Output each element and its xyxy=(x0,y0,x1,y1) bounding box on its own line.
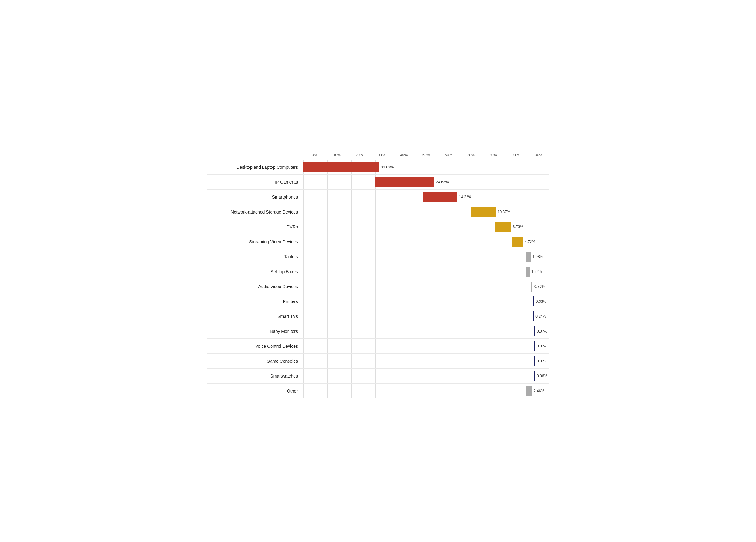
bar-label: Baby Monitors xyxy=(207,329,303,334)
bar-label: Set-top Boxes xyxy=(207,269,303,274)
bar-fill: 14.22% xyxy=(423,192,457,202)
bar-fill: 2.46% xyxy=(526,386,532,396)
bar-fill: 0.06% xyxy=(534,371,535,381)
bar-value-label: 0.07% xyxy=(537,359,547,363)
bar-fill: 0.70% xyxy=(531,282,532,292)
bar-row: Tablets1.98% xyxy=(207,249,549,264)
chart-area: 0%10%20%30%40%50%60%70%80%90%100% Deskto… xyxy=(207,153,549,399)
bar-value-label: 6.73% xyxy=(513,225,523,229)
bar-track: 0.06% xyxy=(303,369,543,383)
bar-row: IP Cameras24.63% xyxy=(207,175,549,189)
bar-fill: 6.73% xyxy=(495,222,511,232)
bar-value-label: 4.72% xyxy=(525,239,535,244)
x-axis-row: 0%10%20%30%40%50%60%70%80%90%100% xyxy=(303,153,549,157)
bar-row: Printers0.33% xyxy=(207,294,549,309)
bar-label: Other xyxy=(207,389,303,394)
bar-value-label: 0.07% xyxy=(537,329,547,334)
bar-row: Baby Monitors0.07% xyxy=(207,324,549,339)
bar-label: Smart TVs xyxy=(207,314,303,319)
x-axis-label: 60% xyxy=(437,153,460,157)
bar-label: Network-attached Storage Devices xyxy=(207,209,303,214)
bar-value-label: 10.37% xyxy=(498,210,510,214)
bar-fill: 10.37% xyxy=(471,207,496,217)
bar-fill: 24.63% xyxy=(375,177,434,187)
bar-value-label: 0.24% xyxy=(535,314,546,319)
x-axis-label: 70% xyxy=(460,153,482,157)
x-axis-label: 100% xyxy=(526,153,549,157)
bar-value-label: 0.33% xyxy=(536,299,546,304)
bar-track: 24.63% xyxy=(303,175,543,189)
bar-track: 0.33% xyxy=(303,294,543,309)
bar-track: 4.72% xyxy=(303,234,543,249)
x-axis-label: 20% xyxy=(348,153,371,157)
bar-track: 2.46% xyxy=(303,384,543,399)
bar-row: Smartphones14.22% xyxy=(207,189,549,204)
bar-row: Smart TVs0.24% xyxy=(207,309,549,324)
bar-track: 0.07% xyxy=(303,339,543,353)
bar-row: Smartwatches0.06% xyxy=(207,369,549,384)
bar-row: DVRs6.73% xyxy=(207,219,549,234)
bar-row: Game Consoles0.07% xyxy=(207,354,549,369)
bar-row: Set-top Boxes1.52% xyxy=(207,264,549,279)
bar-label: Streaming Video Devices xyxy=(207,239,303,244)
bar-track: 1.98% xyxy=(303,249,543,264)
bars-section: Desktop and Laptop Computers31.63%IP Cam… xyxy=(207,160,549,399)
bar-track: 10.37% xyxy=(303,204,543,219)
x-axis-label: 0% xyxy=(303,153,326,157)
bar-row: Audio-video Devices0.70% xyxy=(207,279,549,294)
bar-fill: 1.52% xyxy=(526,266,530,277)
bar-row: Desktop and Laptop Computers31.63% xyxy=(207,160,549,175)
bar-label: Audio-video Devices xyxy=(207,284,303,289)
bar-track: 0.24% xyxy=(303,309,543,324)
bar-row: Other2.46% xyxy=(207,384,549,399)
bar-fill: 0.07% xyxy=(534,326,535,336)
bar-label: Smartphones xyxy=(207,194,303,199)
bar-fill: 1.98% xyxy=(526,252,531,262)
bar-label: Printers xyxy=(207,299,303,304)
bar-row: Network-attached Storage Devices10.37% xyxy=(207,204,549,219)
bar-value-label: 0.07% xyxy=(537,344,547,349)
bar-fill: 0.07% xyxy=(534,341,535,351)
bar-track: 14.22% xyxy=(303,189,543,204)
bar-label: IP Cameras xyxy=(207,180,303,184)
bar-row: Streaming Video Devices4.72% xyxy=(207,234,549,249)
x-axis-label: 90% xyxy=(504,153,526,157)
bar-fill: 0.07% xyxy=(534,356,535,366)
bar-value-label: 1.98% xyxy=(532,254,543,259)
bar-track: 6.73% xyxy=(303,219,543,234)
bar-fill: 0.33% xyxy=(533,297,534,307)
bar-row: Voice Control Devices0.07% xyxy=(207,339,549,354)
bar-value-label: 1.52% xyxy=(531,269,542,274)
bar-label: Smartwatches xyxy=(207,374,303,379)
bar-value-label: 14.22% xyxy=(459,195,471,199)
bar-label: Desktop and Laptop Computers xyxy=(207,165,303,170)
bar-track: 0.07% xyxy=(303,324,543,339)
bar-value-label: 31.63% xyxy=(381,165,394,169)
bar-fill: 4.72% xyxy=(512,237,523,247)
x-axis-label: 50% xyxy=(415,153,437,157)
x-axis-label: 80% xyxy=(482,153,504,157)
bar-track: 0.70% xyxy=(303,279,543,294)
chart-container: 0%10%20%30%40%50%60%70%80%90%100% Deskto… xyxy=(207,143,549,399)
bar-label: Game Consoles xyxy=(207,359,303,364)
bar-value-label: 0.70% xyxy=(534,285,545,289)
bar-label: Voice Control Devices xyxy=(207,344,303,349)
bars-container: Desktop and Laptop Computers31.63%IP Cam… xyxy=(207,160,549,399)
bar-label: DVRs xyxy=(207,224,303,229)
bar-track: 31.63% xyxy=(303,160,543,174)
bar-track: 1.52% xyxy=(303,264,543,279)
bar-value-label: 24.63% xyxy=(436,180,449,184)
bar-fill: 31.63% xyxy=(303,162,379,172)
bar-value-label: 2.46% xyxy=(534,389,544,393)
x-axis-label: 40% xyxy=(393,153,415,157)
x-axis-label: 30% xyxy=(370,153,393,157)
x-axis-label: 10% xyxy=(326,153,348,157)
bar-track: 0.07% xyxy=(303,354,543,368)
bar-label: Tablets xyxy=(207,254,303,259)
bar-fill: 0.24% xyxy=(533,312,534,321)
bar-value-label: 0.06% xyxy=(537,374,547,378)
